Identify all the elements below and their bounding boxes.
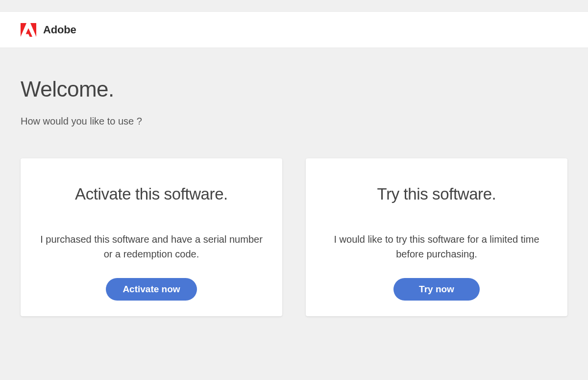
top-strip — [0, 0, 588, 12]
adobe-logo-icon — [21, 23, 36, 37]
activate-now-button[interactable]: Activate now — [106, 278, 196, 301]
page-subtitle: How would you like to use ? — [21, 116, 567, 127]
activate-card: Activate this software. I purchased this… — [21, 158, 282, 316]
content: Welcome. How would you like to use ? Act… — [0, 48, 588, 316]
try-card-description: I would like to try this software for a … — [321, 232, 552, 261]
activate-card-title: Activate this software. — [75, 185, 228, 203]
cards-row: Activate this software. I purchased this… — [21, 158, 567, 316]
try-card: Try this software. I would like to try t… — [306, 158, 567, 316]
svg-marker-0 — [21, 23, 26, 37]
svg-marker-2 — [26, 28, 32, 37]
try-now-button[interactable]: Try now — [393, 278, 480, 301]
activate-card-description: I purchased this software and have a ser… — [36, 232, 267, 261]
brand-label: Adobe — [43, 24, 76, 36]
header: Adobe — [0, 12, 588, 48]
try-card-title: Try this software. — [377, 185, 496, 203]
page-title: Welcome. — [21, 77, 567, 101]
